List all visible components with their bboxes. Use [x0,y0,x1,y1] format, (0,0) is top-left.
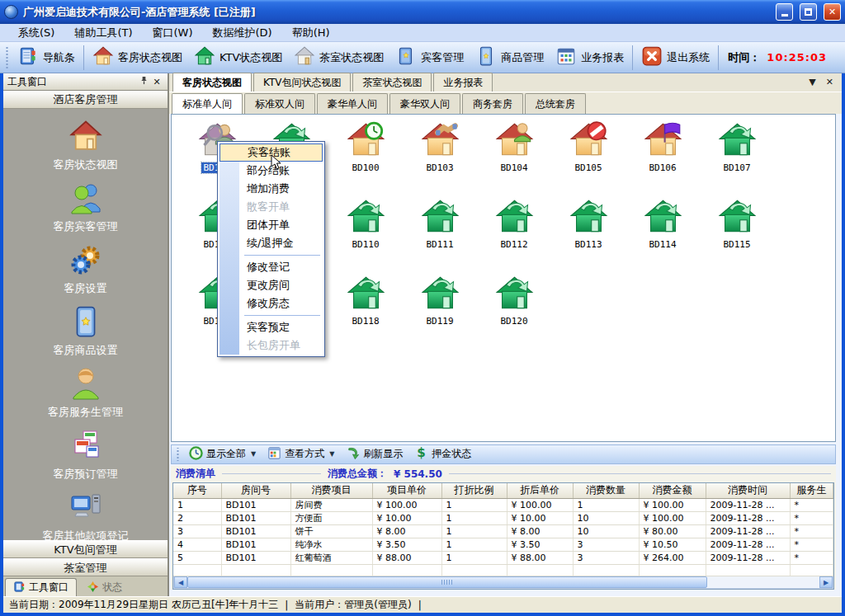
menu-item-2[interactable]: 窗口(W) [143,24,203,42]
scroll-right-button[interactable]: ▶ [819,576,833,588]
sidebar-item-1[interactable]: 客房宾客管理 [54,181,118,234]
room-BD119[interactable]: BD119 [403,274,477,350]
context-menu-item-2[interactable]: 增加消费 [220,180,323,198]
sidebar-item-0[interactable]: 客房状态视图 [54,119,118,172]
table-row-2[interactable]: 3BD101饼干¥ 8.001¥ 8.0010¥ 80.002009-11-28… [173,525,833,538]
consumption-title: 消费清单 [176,467,215,481]
column-header-9[interactable]: 服务生 [790,483,833,499]
sidebar-item-5[interactable]: 客房预订管理 [54,428,118,482]
toolbar-button-0[interactable]: 导航条 [12,44,81,71]
room-status-icon-flag [644,120,682,162]
minimize-button[interactable] [776,3,793,21]
menu-item-4[interactable]: 帮助(H) [282,24,340,42]
room-status-icon-vacant [569,197,608,239]
close-icon[interactable]: ✕ [826,77,833,87]
room-type-tab-3[interactable]: 豪华双人间 [389,93,460,114]
cell: 2009-11-28 ... [706,552,790,565]
room-BD115[interactable]: BD115 [700,197,774,274]
column-header-2[interactable]: 消费项目 [290,483,372,499]
context-menu-item-4[interactable]: 团体开单 [220,216,323,234]
table-row-3[interactable]: 4BD101纯净水¥ 3.501¥ 3.503¥ 10.502009-11-28… [173,538,833,552]
toolbar-grip[interactable] [5,47,9,68]
section-header-hotel-rooms[interactable]: 酒店客房管理 [3,91,168,109]
room-BD113[interactable]: BD113 [551,197,625,274]
toolbar-button-5[interactable]: 宾客管理 [389,44,470,71]
context-menu-item-11[interactable]: 宾客预定 [220,318,323,336]
room-BD106[interactable]: BD106 [625,120,700,197]
room-BD118[interactable]: BD118 [328,274,403,350]
doc-tab-1[interactable]: KTV包间状态视图 [253,73,351,92]
room-type-tab-4[interactable]: 商务套房 [462,93,523,114]
doc-tab-0[interactable]: 客房状态视图 [172,73,252,92]
room-type-tab-1[interactable]: 标准双人间 [244,93,315,114]
panel-toolbar-button-1[interactable]: 查看方式▼ [262,445,339,463]
scrollbar-thumb[interactable] [187,576,707,588]
sidebar-item-2[interactable]: 客房设置 [64,242,107,296]
room-BD107[interactable]: BD107 [700,120,774,197]
scroll-left-button[interactable]: ◀ [174,576,187,588]
table-row-1[interactable]: 2BD101方便面¥ 10.001¥ 10.0010¥ 100.002009-1… [173,512,833,525]
menu-item-3[interactable]: 数据维护(D) [203,24,282,42]
sidebar-item-4[interactable]: 客房服务生管理 [48,366,123,420]
room-BD114[interactable]: BD114 [625,197,700,274]
column-header-1[interactable]: 房间号 [221,483,290,499]
room-label: BD120 [498,316,529,327]
toolbar-button-9[interactable]: 退出系统 [635,44,715,71]
toolbar-separator [718,45,719,70]
column-header-3[interactable]: 项目单价 [372,483,441,499]
room-BD103[interactable]: BD103 [403,120,477,197]
room-BD110[interactable]: BD110 [328,197,403,274]
cell: 3 [573,552,639,565]
close-button[interactable]: ✕ [824,3,841,21]
context-menu-item-8[interactable]: 更改房间 [220,276,323,294]
toolbar-button-2[interactable]: 客房状态视图 [87,44,188,71]
context-menu-item-5[interactable]: 续/退押金 [220,234,323,252]
chevron-down-icon: ▼ [329,450,334,458]
sidebar-item-6[interactable]: 客房其他款项登记 [43,490,129,540]
menu-item-0[interactable]: 系统(S) [8,24,64,42]
table-row-0[interactable]: 1BD101房间费¥ 100.001¥ 100.001¥ 100.002009-… [173,499,833,512]
table-row-4[interactable]: 5BD101红葡萄酒¥ 88.001¥ 88.003¥ 264.002009-1… [173,552,833,565]
panel-toolbar-button-2[interactable]: 刷新显示 [341,445,408,463]
toolbar-button-6[interactable]: 商品管理 [470,44,550,71]
svg-text:$: $ [418,446,427,460]
sidebar-tab-0[interactable]: 工具窗口 [5,578,77,596]
toolbar-button-7[interactable]: 业务报表 [550,44,630,71]
room-BD112[interactable]: BD112 [477,197,551,274]
maximize-button[interactable] [800,3,817,21]
room-type-tab-2[interactable]: 豪华单人间 [317,93,388,114]
toolbar-button-3[interactable]: KTV状态视图 [188,44,288,71]
column-header-0[interactable]: 序号 [173,483,221,499]
room-type-tab-0[interactable]: 标准单人间 [172,93,243,115]
section-header-tearoom[interactable]: 茶室管理 [3,558,168,576]
column-header-4[interactable]: 打折比例 [441,483,507,499]
column-header-5[interactable]: 折后单价 [507,483,573,499]
doc-tab-2[interactable]: 茶室状态视图 [352,73,432,92]
menu-item-1[interactable]: 辅助工具(T) [64,24,142,42]
sidebar-item-3[interactable]: 客房商品设置 [54,304,118,358]
section-header-ktv[interactable]: KTV包间管理 [3,540,168,558]
column-header-7[interactable]: 消费金额 [639,483,706,499]
panel-toolbar-label: 刷新显示 [363,447,403,461]
room-BD100[interactable]: BD100 [328,120,403,197]
scrollbar-track[interactable] [707,576,819,588]
room-BD105[interactable]: BD105 [551,120,625,197]
room-type-tab-5[interactable]: 总统套房 [525,93,586,114]
doc-tab-3[interactable]: 业务报表 [433,73,493,92]
column-header-8[interactable]: 消费时间 [706,483,790,499]
chevron-down-icon[interactable]: ▼ [809,77,815,87]
sidebar-tab-1[interactable]: 状态 [78,578,130,596]
context-menu-item-9[interactable]: 修改房态 [220,294,323,313]
room-BD104[interactable]: BD104 [477,120,551,197]
room-BD120[interactable]: BD120 [477,274,551,350]
panel-toolbar-button-3[interactable]: $押金状态 [409,445,476,463]
column-header-6[interactable]: 消费数量 [573,483,639,499]
toolbar-grip[interactable] [176,448,180,461]
toolbar-button-label: 业务报表 [581,50,624,65]
context-menu-item-7[interactable]: 修改登记 [220,258,323,276]
room-BD111[interactable]: BD111 [403,197,477,274]
pin-icon[interactable] [137,76,150,87]
toolbar-button-4[interactable]: 茶室状态视图 [288,44,389,71]
close-icon[interactable]: ✕ [150,77,163,87]
panel-toolbar-button-0[interactable]: 显示全部▼ [184,445,261,463]
